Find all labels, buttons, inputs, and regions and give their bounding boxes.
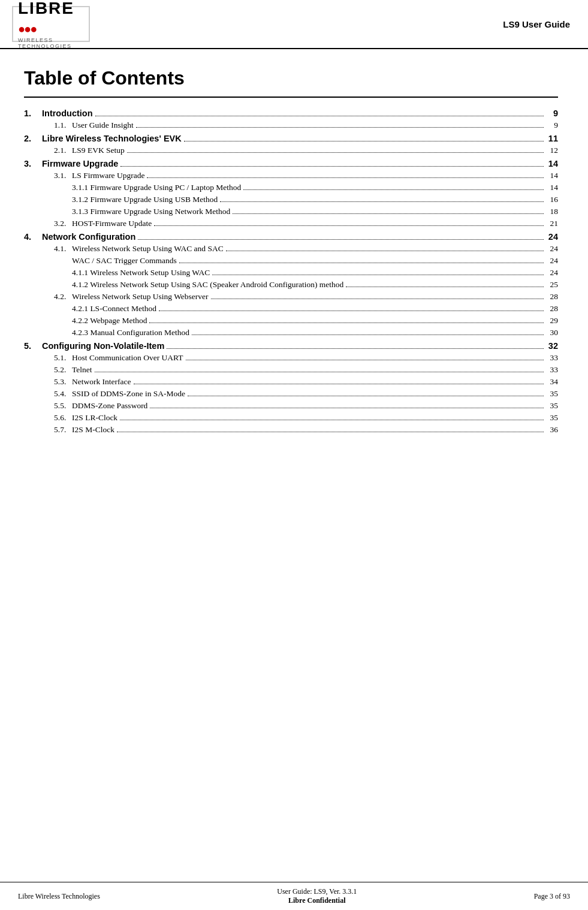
toc-label: I2S LR-Clock bbox=[72, 413, 117, 423]
toc-dots bbox=[220, 201, 544, 202]
toc-label: User Guide Insight bbox=[72, 120, 134, 130]
toc-num: 2. bbox=[24, 134, 42, 143]
toc-num: 4.1. bbox=[54, 244, 72, 254]
toc-page: 12 bbox=[546, 146, 558, 155]
toc-label: Libre Wireless Technologies' EVK bbox=[42, 134, 182, 143]
toc-label: SSID of DDMS-Zone in SA-Mode bbox=[72, 389, 185, 399]
toc-page: 24 bbox=[546, 268, 558, 278]
toc-num: 5.4. bbox=[54, 389, 72, 399]
footer-guide: User Guide: LS9, Ver. 3.3.1 bbox=[277, 887, 357, 896]
toc-dots bbox=[147, 177, 544, 178]
toc-dots bbox=[188, 396, 544, 396]
toc-num: 1.1. bbox=[54, 120, 72, 130]
toc-entry: 5.1.Host Communication Over UART33 bbox=[24, 353, 558, 363]
toc-num: 4. bbox=[24, 232, 42, 242]
toc-list: 1.Introduction91.1.User Guide Insight92.… bbox=[24, 109, 558, 435]
toc-dots bbox=[186, 360, 544, 360]
toc-dots bbox=[243, 189, 544, 190]
logo-area: LIBRE●●● WIRELESS TECHNOLOGIES bbox=[12, 6, 90, 42]
toc-label: I2S M-Clock bbox=[72, 425, 114, 435]
toc-page: 16 bbox=[546, 195, 558, 204]
toc-num: 5.6. bbox=[54, 413, 72, 423]
toc-num: 3.1. bbox=[54, 171, 72, 180]
toc-label: Wireless Network Setup Using Webserver bbox=[72, 292, 209, 302]
toc-page: 25 bbox=[546, 280, 558, 290]
toc-label: Introduction bbox=[42, 109, 93, 118]
toc-entry: 3.Firmware Upgrade14 bbox=[24, 159, 558, 168]
toc-dots bbox=[159, 311, 544, 311]
toc-num: 5.5. bbox=[54, 401, 72, 411]
toc-page: 29 bbox=[546, 316, 558, 326]
toc-dots bbox=[120, 166, 544, 167]
toc-page: 14 bbox=[546, 171, 558, 180]
toc-label: DDMS-Zone Password bbox=[72, 401, 147, 411]
toc-title: Table of Contents bbox=[24, 67, 558, 89]
footer-left: Libre Wireless Technologies bbox=[18, 892, 100, 901]
toc-entry: 5.Configuring Non-Volatile-Item32 bbox=[24, 341, 558, 351]
toc-label: Network Configuration bbox=[42, 232, 135, 242]
toc-label: 4.2.3 Manual Configuration Method bbox=[72, 328, 189, 338]
toc-label: 4.2.2 Webpage Method bbox=[72, 316, 147, 326]
toc-entry: 3.1.3 Firmware Upgrade Using Network Met… bbox=[24, 207, 558, 216]
toc-label: 4.1.2 Wireless Network Setup Using SAC (… bbox=[72, 280, 343, 290]
toc-page: 9 bbox=[546, 120, 558, 130]
toc-entry: 3.1.LS Firmware Upgrade14 bbox=[24, 171, 558, 180]
toc-entry: 3.1.1 Firmware Upgrade Using PC / Laptop… bbox=[24, 183, 558, 192]
toc-page: 36 bbox=[546, 425, 558, 435]
toc-entry: 4.1.1 Wireless Network Setup Using WAC24 bbox=[24, 268, 558, 278]
toc-entry: 5.5.DDMS-Zone Password35 bbox=[24, 401, 558, 411]
toc-dots bbox=[233, 213, 544, 214]
toc-dots bbox=[134, 384, 544, 384]
toc-divider bbox=[24, 97, 558, 98]
toc-entry: 4.2.2 Webpage Method29 bbox=[24, 316, 558, 326]
toc-entry: 2.1.LS9 EVK Setup12 bbox=[24, 146, 558, 155]
toc-num: 5.3. bbox=[54, 377, 72, 387]
toc-page: 32 bbox=[546, 341, 558, 351]
toc-dots bbox=[154, 225, 544, 226]
toc-dots bbox=[226, 251, 544, 251]
toc-dots bbox=[179, 263, 544, 263]
toc-label: WAC / SAC Trigger Commands bbox=[72, 256, 177, 266]
toc-label: Firmware Upgrade bbox=[42, 159, 118, 168]
logo-box: LIBRE●●● WIRELESS TECHNOLOGIES bbox=[12, 6, 90, 42]
toc-entry: 4.2.1 LS-Connect Method28 bbox=[24, 304, 558, 314]
toc-num: 5. bbox=[24, 341, 42, 351]
toc-page: 14 bbox=[546, 183, 558, 192]
toc-label: Network Interface bbox=[72, 377, 131, 387]
footer-right: Page 3 of 93 bbox=[534, 892, 570, 901]
toc-page: 33 bbox=[546, 365, 558, 375]
toc-dots bbox=[212, 275, 544, 275]
toc-num: 5.2. bbox=[54, 365, 72, 375]
toc-page: 33 bbox=[546, 353, 558, 363]
toc-label: 3.1.3 Firmware Upgrade Using Network Met… bbox=[72, 207, 230, 216]
toc-entry: 4.Network Configuration24 bbox=[24, 232, 558, 242]
logo-wireless: WIRELESS TECHNOLOGIES bbox=[18, 37, 84, 49]
toc-entry: 5.4.SSID of DDMS-Zone in SA-Mode35 bbox=[24, 389, 558, 399]
toc-label: Host Communication Over UART bbox=[72, 353, 183, 363]
toc-dots bbox=[184, 141, 544, 141]
toc-entry: WAC / SAC Trigger Commands24 bbox=[24, 256, 558, 266]
toc-page: 35 bbox=[546, 401, 558, 411]
toc-page: 28 bbox=[546, 292, 558, 302]
page-footer: Libre Wireless Technologies User Guide: … bbox=[0, 882, 588, 910]
toc-entry: 5.7.I2S M-Clock36 bbox=[24, 425, 558, 435]
toc-label: 3.1.1 Firmware Upgrade Using PC / Laptop… bbox=[72, 183, 241, 192]
toc-page: 30 bbox=[546, 328, 558, 338]
toc-entry: 4.2.Wireless Network Setup Using Webserv… bbox=[24, 292, 558, 302]
toc-page: 9 bbox=[546, 109, 558, 118]
toc-label: HOST-Firmware Update bbox=[72, 219, 152, 228]
toc-dots bbox=[192, 335, 544, 335]
toc-num: 5.1. bbox=[54, 353, 72, 363]
toc-entry: 5.3.Network Interface34 bbox=[24, 377, 558, 387]
toc-entry: 3.2.HOST-Firmware Update21 bbox=[24, 219, 558, 228]
toc-entry: 2.Libre Wireless Technologies' EVK11 bbox=[24, 134, 558, 143]
footer-confidential: Libre Confidential bbox=[277, 896, 357, 905]
toc-page: 34 bbox=[546, 377, 558, 387]
toc-num: 1. bbox=[24, 109, 42, 118]
toc-dots bbox=[138, 239, 544, 240]
toc-dots bbox=[117, 432, 544, 432]
toc-page: 18 bbox=[546, 207, 558, 216]
toc-page: 24 bbox=[546, 256, 558, 266]
toc-page: 14 bbox=[546, 159, 558, 168]
toc-label: LS Firmware Upgrade bbox=[72, 171, 144, 180]
